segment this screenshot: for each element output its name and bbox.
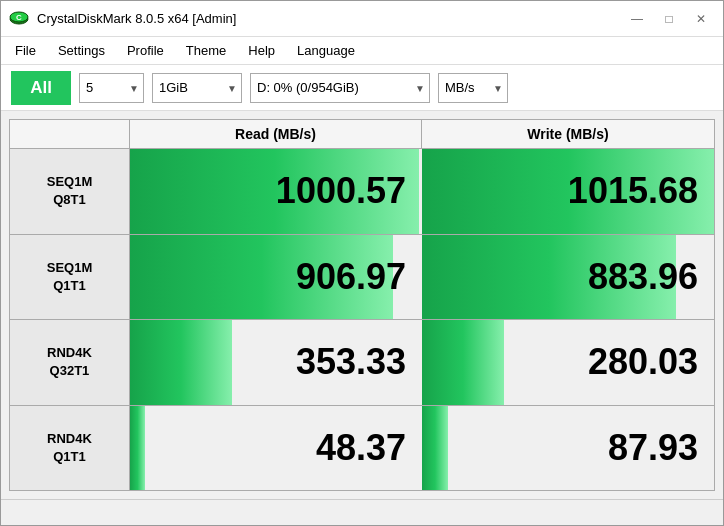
drive-selector[interactable]: D: 0% (0/954GiB) C: 50% ▼ — [250, 73, 430, 103]
menu-help[interactable]: Help — [238, 40, 285, 61]
read-bar-3 — [130, 406, 145, 491]
write-value-3: 87.93 — [608, 427, 698, 469]
read-cell-0: 1000.57 — [130, 149, 422, 234]
write-value-2: 280.03 — [588, 341, 698, 383]
menu-settings[interactable]: Settings — [48, 40, 115, 61]
table-row: SEQ1MQ8T1 1000.57 1015.68 — [10, 149, 714, 235]
write-cell-2: 280.03 — [422, 320, 714, 405]
read-cell-3: 48.37 — [130, 406, 422, 491]
title-bar: C CrystalDiskMark 8.0.5 x64 [Admin] — □ … — [1, 1, 723, 37]
header-empty — [10, 120, 130, 148]
all-button[interactable]: All — [11, 71, 71, 105]
write-value-1: 883.96 — [588, 256, 698, 298]
write-cell-3: 87.93 — [422, 406, 714, 491]
toolbar: All 5 1 3 ▼ 1GiB 512MiB 256MiB ▼ D: 0% (… — [1, 65, 723, 111]
menu-file[interactable]: File — [5, 40, 46, 61]
app-window: C CrystalDiskMark 8.0.5 x64 [Admin] — □ … — [0, 0, 724, 526]
drive-select[interactable]: D: 0% (0/954GiB) C: 50% — [250, 73, 430, 103]
read-value-0: 1000.57 — [276, 170, 406, 212]
table-row: RND4KQ1T1 48.37 87.93 — [10, 406, 714, 491]
row-label-seq1m-q1t1: SEQ1MQ1T1 — [10, 235, 130, 320]
read-value-1: 906.97 — [296, 256, 406, 298]
menu-profile[interactable]: Profile — [117, 40, 174, 61]
row-label-text: SEQ1MQ8T1 — [47, 173, 93, 209]
table-row: SEQ1MQ1T1 906.97 883.96 — [10, 235, 714, 321]
row-label-rnd4k-q1t1: RND4KQ1T1 — [10, 406, 130, 491]
maximize-button[interactable]: □ — [655, 9, 683, 29]
read-bar-2 — [130, 320, 232, 405]
read-value-2: 353.33 — [296, 341, 406, 383]
units-select[interactable]: MB/s GB/s — [438, 73, 508, 103]
write-cell-1: 883.96 — [422, 235, 714, 320]
table-row: RND4KQ32T1 353.33 280.03 — [10, 320, 714, 406]
header-read: Read (MB/s) — [130, 120, 422, 148]
results-table: Read (MB/s) Write (MB/s) SEQ1MQ8T1 1000.… — [9, 119, 715, 491]
row-label-rnd4k-q32t1: RND4KQ32T1 — [10, 320, 130, 405]
menu-language[interactable]: Language — [287, 40, 365, 61]
write-value-0: 1015.68 — [568, 170, 698, 212]
window-controls: — □ ✕ — [623, 9, 715, 29]
runs-select[interactable]: 5 1 3 — [79, 73, 144, 103]
table-header: Read (MB/s) Write (MB/s) — [10, 120, 714, 149]
write-cell-0: 1015.68 — [422, 149, 714, 234]
app-icon: C — [9, 9, 29, 29]
write-bar-2 — [422, 320, 504, 405]
close-button[interactable]: ✕ — [687, 9, 715, 29]
size-select[interactable]: 1GiB 512MiB 256MiB — [152, 73, 242, 103]
menu-bar: File Settings Profile Theme Help Languag… — [1, 37, 723, 65]
read-cell-1: 906.97 — [130, 235, 422, 320]
status-bar — [1, 499, 723, 525]
svg-text:C: C — [16, 13, 22, 22]
runs-selector[interactable]: 5 1 3 ▼ — [79, 73, 144, 103]
write-bar-3 — [422, 406, 448, 491]
minimize-button[interactable]: — — [623, 9, 651, 29]
row-label-seq1m-q8t1: SEQ1MQ8T1 — [10, 149, 130, 234]
units-selector[interactable]: MB/s GB/s ▼ — [438, 73, 508, 103]
row-label-text: RND4KQ32T1 — [47, 344, 92, 380]
title-bar-left: C CrystalDiskMark 8.0.5 x64 [Admin] — [9, 9, 236, 29]
menu-theme[interactable]: Theme — [176, 40, 236, 61]
row-label-text: SEQ1MQ1T1 — [47, 259, 93, 295]
row-label-text: RND4KQ1T1 — [47, 430, 92, 466]
size-selector[interactable]: 1GiB 512MiB 256MiB ▼ — [152, 73, 242, 103]
read-cell-2: 353.33 — [130, 320, 422, 405]
main-content: Read (MB/s) Write (MB/s) SEQ1MQ8T1 1000.… — [1, 111, 723, 499]
header-write: Write (MB/s) — [422, 120, 714, 148]
window-title: CrystalDiskMark 8.0.5 x64 [Admin] — [37, 11, 236, 26]
read-value-3: 48.37 — [316, 427, 406, 469]
